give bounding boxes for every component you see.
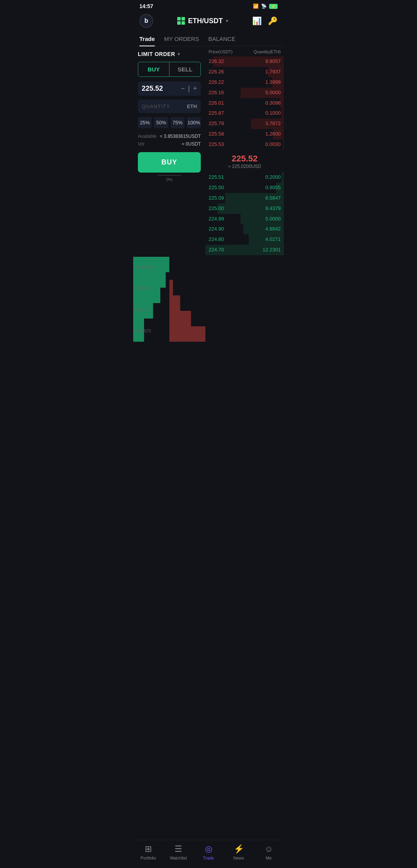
nav-trade[interactable]: ◎ Trade <box>193 844 224 860</box>
pair-grid-icon <box>177 17 185 25</box>
sell-qty: 9.8057 <box>265 58 281 65</box>
table-row[interactable]: 225.87 0.1000 <box>205 108 284 119</box>
buy-sell-toggle: BUY SELL <box>138 62 201 77</box>
sell-tab-button[interactable]: SELL <box>170 62 200 76</box>
nav-watchlist[interactable]: ☰ Watchlist <box>163 844 193 860</box>
sell-qty: 0.0030 <box>265 141 281 148</box>
tabs: Trade MY ORDERS BALANCE <box>133 32 284 46</box>
portfolio-icon: ⊞ <box>145 844 152 854</box>
status-icons: 📶 📡 ⚡ <box>253 3 278 9</box>
table-row[interactable]: 226.32 9.8057 <box>205 56 284 67</box>
nav-news-label: News <box>233 856 244 860</box>
table-row[interactable]: 224.70 12.2301 <box>205 245 284 255</box>
order-type-row: LIMIT ORDER ▾ <box>138 51 201 57</box>
sell-orders: 226.32 9.8057 226.26 1.7937 226.22 1.399… <box>205 56 284 150</box>
buy-action-button[interactable]: BUY <box>138 152 201 173</box>
table-row[interactable]: 226.22 1.3999 <box>205 77 284 88</box>
table-row[interactable]: 226.16 5.0000 <box>205 88 284 98</box>
sell-qty: 1.2600 <box>265 131 281 137</box>
available-row: Available = 3.85383615USDT <box>138 134 201 139</box>
sell-price: 226.22 <box>208 79 224 86</box>
chevron-down-icon: ▾ <box>226 18 228 24</box>
vol-value: = 0USDT <box>182 141 201 147</box>
buy-qty: 9.4379 <box>265 205 281 212</box>
table-row[interactable]: 226.26 1.7937 <box>205 67 284 77</box>
table-row[interactable]: 226.01 0.3096 <box>205 98 284 108</box>
header-icons: 📊 🔑 <box>252 16 278 25</box>
buy-qty: 5.0000 <box>265 216 281 222</box>
order-type-label: LIMIT ORDER <box>138 51 175 57</box>
percent-buttons: 25% 50% 75% 100% <box>138 117 201 128</box>
order-type-chevron: ▾ <box>178 51 180 57</box>
pair-selector[interactable]: ETH/USDT ▾ <box>177 17 228 25</box>
nav-me[interactable]: ☺ Me <box>254 844 284 860</box>
logo[interactable]: b <box>139 14 153 28</box>
header: b ETH/USDT ▾ 📊 🔑 <box>133 11 284 32</box>
progress-bar <box>158 175 181 176</box>
qty-header: Quantity(ETH) <box>254 49 281 54</box>
available-value: = 3.85383615USDT <box>160 134 201 139</box>
buy-price: 224.70 <box>208 247 224 253</box>
nav-portfolio[interactable]: ⊞ Portfolio <box>133 844 163 860</box>
price-value: 225.52 <box>142 85 181 93</box>
news-icon: ⚡ <box>234 844 244 854</box>
info-rows: Available = 3.85383615USDT Vol = 0USDT <box>138 134 201 147</box>
sell-qty: 0.1000 <box>265 110 281 117</box>
sell-price: 226.32 <box>208 58 224 65</box>
sell-price: 225.79 <box>208 120 224 127</box>
table-row[interactable]: 225.53 0.0030 <box>205 139 284 150</box>
table-row[interactable]: 224.80 4.0271 <box>205 234 284 245</box>
vol-row: Vol = 0USDT <box>138 141 201 147</box>
key-icon[interactable]: 🔑 <box>268 16 278 25</box>
pct-50-button[interactable]: 50% <box>154 117 168 128</box>
nav-watchlist-label: Watchlist <box>170 856 187 860</box>
increment-icon[interactable]: + <box>193 85 197 93</box>
table-row[interactable]: 225.51 0.2000 <box>205 172 284 183</box>
tab-my-orders[interactable]: MY ORDERS <box>164 32 199 46</box>
status-bar: 14:57 📶 📡 ⚡ <box>133 0 284 11</box>
nav-portfolio-label: Portfolio <box>141 856 156 860</box>
buy-orders: 225.51 0.2000 225.50 0.9055 225.09 8.584… <box>205 172 284 255</box>
buy-tab-button[interactable]: BUY <box>138 62 170 76</box>
depth-chart-section: 1,046.6294 784.9720 523.3147 261.6573 <box>133 257 284 342</box>
sell-price: 226.26 <box>208 69 224 75</box>
nav-trade-label: Trade <box>203 856 214 860</box>
mid-price-usd: ≈ 225.0200USD <box>205 164 284 169</box>
sell-price: 225.53 <box>208 141 224 148</box>
buy-price: 224.80 <box>208 236 224 243</box>
pct-25-button[interactable]: 25% <box>138 117 152 128</box>
table-row[interactable]: 224.99 5.0000 <box>205 214 284 224</box>
quantity-unit: ETH <box>187 103 197 109</box>
table-row[interactable]: 225.50 0.9055 <box>205 183 284 193</box>
nav-me-label: Me <box>266 856 271 860</box>
buy-price: 224.99 <box>208 216 224 222</box>
table-row[interactable]: 225.58 1.2600 <box>205 129 284 139</box>
tab-trade[interactable]: Trade <box>139 32 155 46</box>
signal-icon: 📶 <box>253 3 259 9</box>
buy-qty: 0.2000 <box>265 174 281 181</box>
left-panel: LIMIT ORDER ▾ BUY SELL 225.52 − | + QUAN… <box>133 46 205 257</box>
table-row[interactable]: 224.90 4.8842 <box>205 224 284 234</box>
price-input-row: 225.52 − | + <box>138 81 201 96</box>
watchlist-icon: ☰ <box>175 844 182 854</box>
pair-name: ETH/USDT <box>188 17 223 25</box>
pct-75-button[interactable]: 75% <box>171 117 185 128</box>
decrement-icon[interactable]: − <box>181 85 185 93</box>
chart-icon[interactable]: 📊 <box>252 16 262 25</box>
buy-qty: 8.5847 <box>265 195 281 202</box>
separator: | <box>188 85 190 93</box>
tab-balance[interactable]: BALANCE <box>208 32 236 46</box>
wifi-icon: 📡 <box>261 3 267 9</box>
table-row[interactable]: 225.09 8.5847 <box>205 193 284 203</box>
pct-100-button[interactable]: 100% <box>187 117 201 128</box>
table-row[interactable]: 225.00 9.4379 <box>205 203 284 214</box>
buy-qty: 12.2301 <box>263 247 281 253</box>
sell-price: 225.87 <box>208 110 224 117</box>
quantity-placeholder: QUANTITY <box>142 103 170 109</box>
nav-news[interactable]: ⚡ News <box>224 844 254 860</box>
table-row[interactable]: 225.79 3.7872 <box>205 119 284 129</box>
quantity-row[interactable]: QUANTITY ETH <box>138 100 201 113</box>
buy-qty: 0.9055 <box>265 185 281 191</box>
mid-price-section: 225.52 ≈ 225.0200USD <box>205 150 284 172</box>
depth-chart: 1,046.6294 784.9720 523.3147 261.6573 <box>133 257 205 342</box>
